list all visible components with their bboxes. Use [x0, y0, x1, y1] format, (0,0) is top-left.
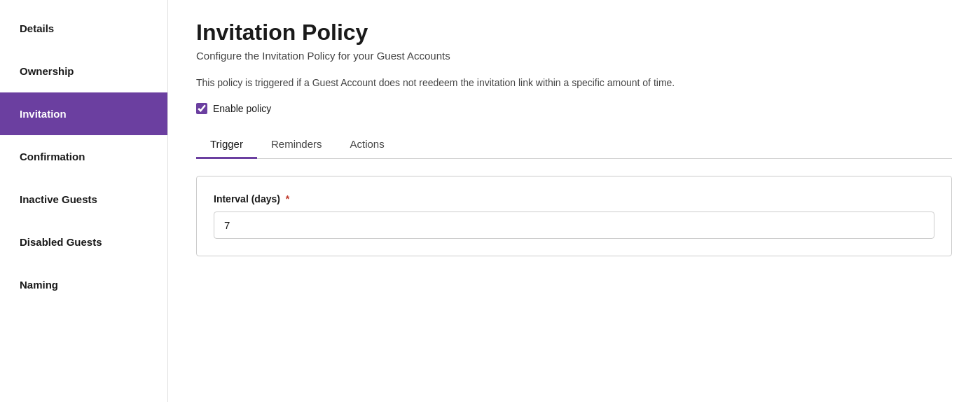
sidebar-item-label-disabled-guests: Disabled Guests: [20, 236, 102, 248]
tab-actions[interactable]: Actions: [336, 131, 399, 159]
policy-description: This policy is triggered if a Guest Acco…: [196, 76, 827, 90]
sidebar-item-inactive-guests[interactable]: Inactive Guests: [0, 178, 167, 221]
sidebar-item-label-naming: Naming: [20, 279, 58, 291]
sidebar-item-ownership[interactable]: Ownership: [0, 50, 167, 92]
sidebar-item-label-inactive-guests: Inactive Guests: [20, 193, 97, 205]
enable-policy-container: Enable policy: [196, 103, 952, 114]
sidebar-item-label-invitation: Invitation: [20, 108, 67, 120]
sidebar-item-label-confirmation: Confirmation: [20, 151, 85, 162]
tabs: Trigger Reminders Actions: [196, 131, 952, 159]
tab-reminders[interactable]: Reminders: [257, 131, 336, 159]
sidebar-item-naming[interactable]: Naming: [0, 263, 167, 306]
enable-policy-checkbox[interactable]: [196, 103, 207, 114]
main-content: Invitation Policy Configure the Invitati…: [168, 0, 980, 402]
sidebar-item-confirmation[interactable]: Confirmation: [0, 135, 167, 178]
page-title: Invitation Policy: [196, 20, 952, 46]
interval-input[interactable]: [214, 212, 934, 239]
form-section: Interval (days) *: [196, 176, 952, 256]
sidebar-item-disabled-guests[interactable]: Disabled Guests: [0, 221, 167, 263]
tab-trigger[interactable]: Trigger: [196, 131, 257, 159]
sidebar-item-invitation[interactable]: Invitation: [0, 92, 167, 135]
sidebar-item-label-ownership: Ownership: [20, 65, 74, 77]
page-subtitle: Configure the Invitation Policy for your…: [196, 50, 952, 62]
sidebar: Details Ownership Invitation Confirmatio…: [0, 0, 168, 402]
interval-label: Interval (days) *: [214, 193, 934, 205]
sidebar-item-label-details: Details: [20, 22, 54, 34]
enable-policy-label[interactable]: Enable policy: [213, 103, 271, 114]
required-marker: *: [286, 193, 289, 205]
sidebar-item-details[interactable]: Details: [0, 7, 167, 50]
